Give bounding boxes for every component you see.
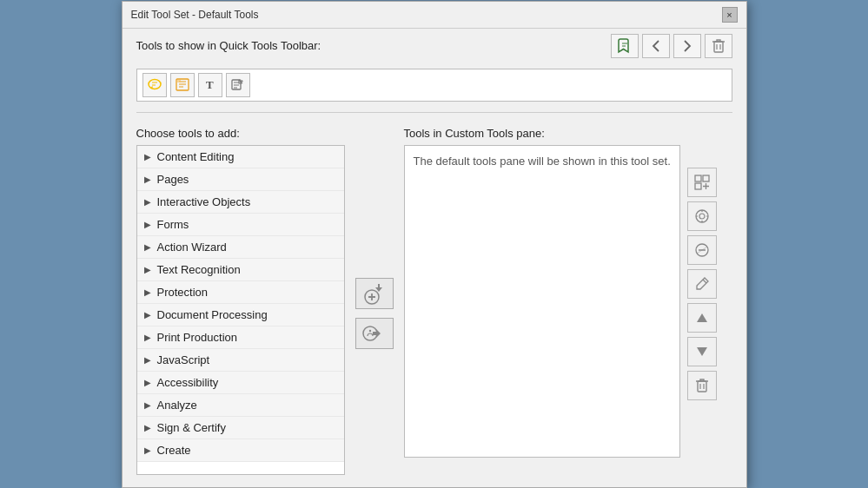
add-to-custom-button[interactable] [355, 278, 394, 309]
text-tool-btn[interactable]: T [198, 73, 222, 97]
comment-tool-btn[interactable] [142, 73, 167, 97]
tree-item-print-production[interactable]: ▶ Print Production [137, 326, 344, 349]
side-settings-btn[interactable] [687, 201, 717, 231]
pencil-icon [694, 276, 710, 292]
toolbar-icons-row: T [136, 69, 732, 102]
tree-item-sign-certify[interactable]: ▶ Sign & Certify [137, 417, 344, 439]
svg-point-12 [696, 210, 708, 222]
divider-1 [136, 112, 732, 113]
toolbar-header: Tools to show in Quick Tools Toolbar: [123, 29, 746, 62]
side-action-buttons [687, 145, 717, 458]
custom-tools-box: The default tools pane will be shown in … [404, 145, 680, 458]
tree-item-action-wizard[interactable]: ▶ Action Wizard [137, 236, 344, 259]
side-delete-btn[interactable] [687, 371, 717, 400]
prev-action-btn[interactable] [642, 34, 670, 58]
tree-item-text-recognition[interactable]: ▶ Text Recognition [137, 259, 344, 281]
svg-rect-3 [177, 80, 181, 82]
svg-point-1 [149, 80, 161, 89]
move-right-button[interactable] [355, 318, 394, 349]
export-tool-btn[interactable] [226, 73, 250, 97]
right-panel: Tools in Custom Tools pane: The default … [404, 127, 732, 475]
side-move-down-btn[interactable] [687, 337, 717, 366]
tree-item-label: Accessibility [157, 376, 219, 389]
tree-item-label: Forms [157, 218, 189, 231]
bookmark-action-btn[interactable] [611, 34, 639, 58]
markup-icon [175, 77, 190, 92]
tree-item-label: Pages [157, 173, 189, 186]
grid-add-icon [694, 175, 710, 190]
arrow-forms: ▶ [144, 220, 153, 228]
tree-item-label: Interactive Objects [157, 195, 251, 208]
arrow-sign-certify: ▶ [144, 423, 153, 432]
svg-rect-0 [714, 42, 723, 52]
main-content: Choose tools to add: ▶ Content Editing ▶… [123, 120, 746, 487]
text-icon: T [202, 77, 218, 92]
choose-label: Choose tools to add: [136, 127, 345, 140]
export-icon [230, 77, 246, 92]
tree-item-create[interactable]: ▶ Create [137, 439, 344, 462]
bookmark-icon [618, 38, 632, 54]
tree-item-pages[interactable]: ▶ Pages [137, 168, 344, 191]
tree-item-analyze[interactable]: ▶ Analyze [137, 394, 344, 417]
svg-rect-11 [695, 183, 701, 189]
dialog-title: Edit Tool Set - Default Tools [131, 9, 259, 21]
down-arrow-icon [696, 346, 708, 357]
top-actions [611, 34, 732, 58]
svg-text:T: T [206, 78, 214, 91]
tree-item-label: Protection [157, 286, 209, 299]
arrow-javascript: ▶ [144, 355, 153, 364]
tree-item-accessibility[interactable]: ▶ Accessibility [137, 372, 344, 394]
tree-item-label: Content Editing [157, 150, 235, 163]
side-remove-btn[interactable] [687, 235, 717, 265]
up-arrow-icon [696, 313, 708, 323]
comment-icon [147, 77, 162, 92]
tree-item-protection[interactable]: ▶ Protection [137, 281, 344, 304]
edit-tool-set-dialog: Edit Tool Set - Default Tools × Tools to… [122, 1, 747, 488]
move-right-icon [361, 321, 388, 346]
tree-item-label: Document Processing [157, 308, 268, 321]
tree-item-label: Sign & Certify [157, 421, 226, 434]
arrow-interactive: ▶ [144, 197, 153, 206]
arrow-protection: ▶ [144, 287, 153, 296]
arrow-accessibility: ▶ [144, 378, 153, 386]
prev-icon [652, 40, 660, 52]
tree-item-label: Text Recognition [157, 263, 241, 276]
delete-action-btn[interactable] [705, 34, 732, 58]
circle-settings-icon [694, 208, 710, 224]
side-add-btn[interactable] [687, 168, 717, 197]
markup-tool-btn[interactable] [170, 73, 195, 97]
tree-item-label: Action Wizard [157, 241, 227, 254]
arrow-create: ▶ [144, 445, 153, 454]
side-move-up-btn[interactable] [687, 303, 717, 333]
add-up-icon [363, 281, 386, 306]
side-edit-btn[interactable] [687, 269, 717, 299]
svg-rect-15 [698, 381, 706, 392]
trash-icon [695, 378, 709, 393]
tree-item-forms[interactable]: ▶ Forms [137, 214, 344, 236]
delete-icon [712, 38, 726, 54]
title-bar: Edit Tool Set - Default Tools × [123, 2, 746, 29]
tree-list[interactable]: ▶ Content Editing ▶ Pages ▶ Interactive … [136, 145, 345, 475]
left-panel: Choose tools to add: ▶ Content Editing ▶… [136, 127, 345, 475]
minus-circle-icon [694, 242, 710, 258]
arrow-print-prod: ▶ [144, 333, 153, 341]
next-action-btn[interactable] [673, 34, 701, 58]
close-button[interactable]: × [722, 7, 738, 23]
arrow-doc-proc: ▶ [144, 310, 153, 319]
arrow-action-wizard: ▶ [144, 242, 153, 251]
arrow-text-recog: ▶ [144, 265, 153, 274]
middle-panel [355, 127, 394, 475]
tree-item-document-processing[interactable]: ▶ Document Processing [137, 304, 344, 326]
tree-item-label: Print Production [157, 331, 238, 344]
tree-item-interactive-objects[interactable]: ▶ Interactive Objects [137, 191, 344, 214]
tree-item-label: Analyze [157, 399, 197, 412]
arrow-content-editing: ▶ [144, 152, 153, 161]
tree-item-label: JavaScript [157, 353, 210, 366]
toolbar-label: Tools to show in Quick Tools Toolbar: [136, 39, 321, 52]
svg-rect-10 [703, 175, 709, 181]
arrow-pages: ▶ [144, 175, 153, 183]
custom-empty-text: The default tools pane will be shown in … [414, 155, 671, 168]
tree-item-javascript[interactable]: ▶ JavaScript [137, 349, 344, 372]
custom-label: Tools in Custom Tools pane: [404, 127, 732, 140]
tree-item-content-editing[interactable]: ▶ Content Editing [137, 146, 344, 168]
